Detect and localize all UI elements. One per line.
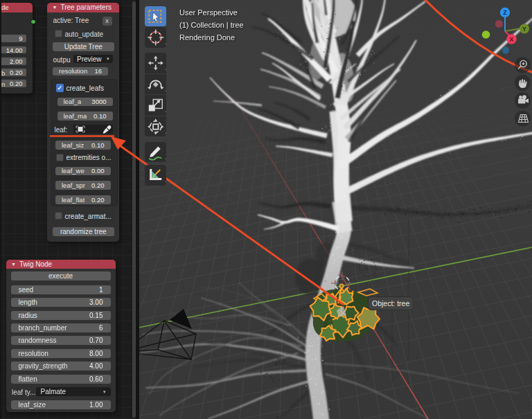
svg-text:Y: Y [522,26,526,33]
svg-text:X: X [509,36,513,43]
svg-text:Z: Z [503,9,507,16]
